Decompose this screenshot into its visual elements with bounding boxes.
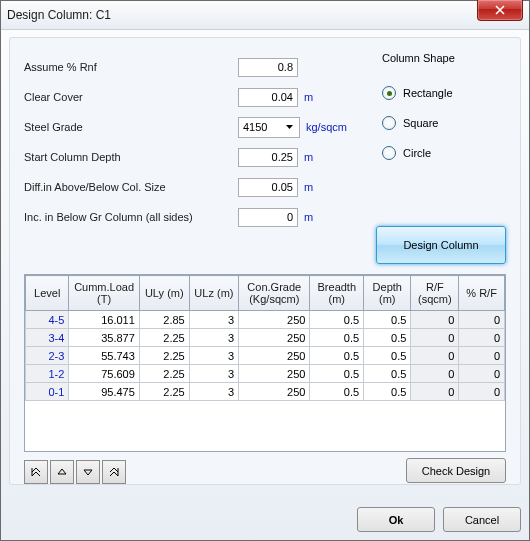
cell-cumm[interactable]: 16.011 xyxy=(69,311,139,329)
col-header-con[interactable]: Con.Grade (Kg/sqcm) xyxy=(239,276,310,311)
cell-ulz[interactable]: 3 xyxy=(189,311,238,329)
cell-uly[interactable]: 2.25 xyxy=(139,329,189,347)
col-header-uly[interactable]: ULy (m) xyxy=(139,276,189,311)
design-column-button[interactable]: Design Column xyxy=(376,226,506,264)
steel-grade-value: 4150 xyxy=(243,121,282,133)
table-row[interactable]: 3-435.8772.2532500.50.500 xyxy=(26,329,505,347)
start-depth-unit: m xyxy=(304,151,313,163)
cancel-button[interactable]: Cancel xyxy=(443,507,521,532)
cell-level[interactable]: 4-5 xyxy=(26,311,69,329)
arrow-down-icon xyxy=(83,467,93,477)
row-next-button[interactable] xyxy=(76,460,100,484)
col-header-level[interactable]: Level xyxy=(26,276,69,311)
window-title: Design Column: C1 xyxy=(7,8,111,22)
cell-uly[interactable]: 2.25 xyxy=(139,365,189,383)
cell-level[interactable]: 0-1 xyxy=(26,383,69,401)
steel-grade-select[interactable]: 4150 xyxy=(238,117,300,138)
radio-square[interactable]: Square xyxy=(382,108,506,138)
clear-cover-unit: m xyxy=(304,91,313,103)
cell-rf[interactable]: 0 xyxy=(411,329,459,347)
cell-ulz[interactable]: 3 xyxy=(189,329,238,347)
radio-rectangle[interactable]: Rectangle xyxy=(382,78,506,108)
cell-ulz[interactable]: 3 xyxy=(189,383,238,401)
titlebar[interactable]: Design Column: C1 xyxy=(1,1,529,30)
table-row[interactable]: 4-516.0112.8532500.50.500 xyxy=(26,311,505,329)
col-header-prf[interactable]: % R/F xyxy=(459,276,505,311)
assume-rnf-input[interactable] xyxy=(238,58,298,77)
cell-depth[interactable]: 0.5 xyxy=(364,311,411,329)
cell-level[interactable]: 1-2 xyxy=(26,365,69,383)
row-first-button[interactable] xyxy=(24,460,48,484)
cell-prf[interactable]: 0 xyxy=(459,347,505,365)
cell-con[interactable]: 250 xyxy=(239,311,310,329)
inc-below-input[interactable] xyxy=(238,208,298,227)
cell-prf[interactable]: 0 xyxy=(459,311,505,329)
cell-rf[interactable]: 0 xyxy=(411,365,459,383)
col-header-breadth[interactable]: Breadth (m) xyxy=(310,276,364,311)
row-prev-button[interactable] xyxy=(50,460,74,484)
cell-cumm[interactable]: 75.609 xyxy=(69,365,139,383)
cell-depth[interactable]: 0.5 xyxy=(364,329,411,347)
cell-breadth[interactable]: 0.5 xyxy=(310,383,364,401)
cell-depth[interactable]: 0.5 xyxy=(364,347,411,365)
results-table: Level Cumm.Load (T) ULy (m) ULz (m) Con.… xyxy=(25,275,505,401)
clear-cover-label: Clear Cover xyxy=(24,91,238,103)
cell-ulz[interactable]: 3 xyxy=(189,365,238,383)
cell-cumm[interactable]: 35.877 xyxy=(69,329,139,347)
cell-uly[interactable]: 2.25 xyxy=(139,347,189,365)
cell-depth[interactable]: 0.5 xyxy=(364,383,411,401)
cell-depth[interactable]: 0.5 xyxy=(364,365,411,383)
cell-con[interactable]: 250 xyxy=(239,383,310,401)
table-row[interactable]: 1-275.6092.2532500.50.500 xyxy=(26,365,505,383)
assume-rnf-label: Assume % Rnf xyxy=(24,61,238,73)
radio-icon xyxy=(382,146,396,160)
start-depth-input[interactable] xyxy=(238,148,298,167)
inc-below-label: Inc. in Below Gr Column (all sides) xyxy=(24,211,238,223)
cell-breadth[interactable]: 0.5 xyxy=(310,311,364,329)
results-grid[interactable]: Level Cumm.Load (T) ULy (m) ULz (m) Con.… xyxy=(24,274,506,452)
column-shape-title: Column Shape xyxy=(382,52,506,64)
cell-cumm[interactable]: 95.475 xyxy=(69,383,139,401)
table-row[interactable]: 0-195.4752.2532500.50.500 xyxy=(26,383,505,401)
table-row[interactable]: 2-355.7432.2532500.50.500 xyxy=(26,347,505,365)
cell-breadth[interactable]: 0.5 xyxy=(310,347,364,365)
design-column-label: Design Column xyxy=(403,239,478,251)
col-header-cumm[interactable]: Cumm.Load (T) xyxy=(69,276,139,311)
arrow-first-icon xyxy=(31,467,41,477)
radio-icon xyxy=(382,86,396,100)
ok-button[interactable]: Ok xyxy=(357,507,435,532)
radio-circle-label: Circle xyxy=(403,147,431,159)
start-depth-label: Start Column Depth xyxy=(24,151,238,163)
cell-uly[interactable]: 2.25 xyxy=(139,383,189,401)
cell-level[interactable]: 3-4 xyxy=(26,329,69,347)
check-design-button[interactable]: Check Design xyxy=(406,458,506,483)
cell-rf[interactable]: 0 xyxy=(411,311,459,329)
close-button[interactable] xyxy=(477,0,523,21)
check-design-label: Check Design xyxy=(422,465,490,477)
radio-circle[interactable]: Circle xyxy=(382,138,506,168)
steel-grade-label: Steel Grade xyxy=(24,121,238,133)
cell-level[interactable]: 2-3 xyxy=(26,347,69,365)
cell-cumm[interactable]: 55.743 xyxy=(69,347,139,365)
cell-con[interactable]: 250 xyxy=(239,329,310,347)
cell-breadth[interactable]: 0.5 xyxy=(310,329,364,347)
row-nav-buttons xyxy=(24,460,126,484)
cell-prf[interactable]: 0 xyxy=(459,365,505,383)
clear-cover-input[interactable] xyxy=(238,88,298,107)
cell-rf[interactable]: 0 xyxy=(411,347,459,365)
col-header-rf[interactable]: R/F (sqcm) xyxy=(411,276,459,311)
diff-size-label: Diff.in Above/Below Col. Size xyxy=(24,181,238,193)
cell-rf[interactable]: 0 xyxy=(411,383,459,401)
cell-prf[interactable]: 0 xyxy=(459,383,505,401)
row-last-button[interactable] xyxy=(102,460,126,484)
cell-breadth[interactable]: 0.5 xyxy=(310,365,364,383)
cell-con[interactable]: 250 xyxy=(239,347,310,365)
diff-size-input[interactable] xyxy=(238,178,298,197)
cell-ulz[interactable]: 3 xyxy=(189,347,238,365)
client-area: Assume % Rnf Clear Cover m Steel Grade 4… xyxy=(9,37,521,532)
cell-prf[interactable]: 0 xyxy=(459,329,505,347)
col-header-ulz[interactable]: ULz (m) xyxy=(189,276,238,311)
cell-uly[interactable]: 2.85 xyxy=(139,311,189,329)
col-header-depth[interactable]: Depth (m) xyxy=(364,276,411,311)
cell-con[interactable]: 250 xyxy=(239,365,310,383)
